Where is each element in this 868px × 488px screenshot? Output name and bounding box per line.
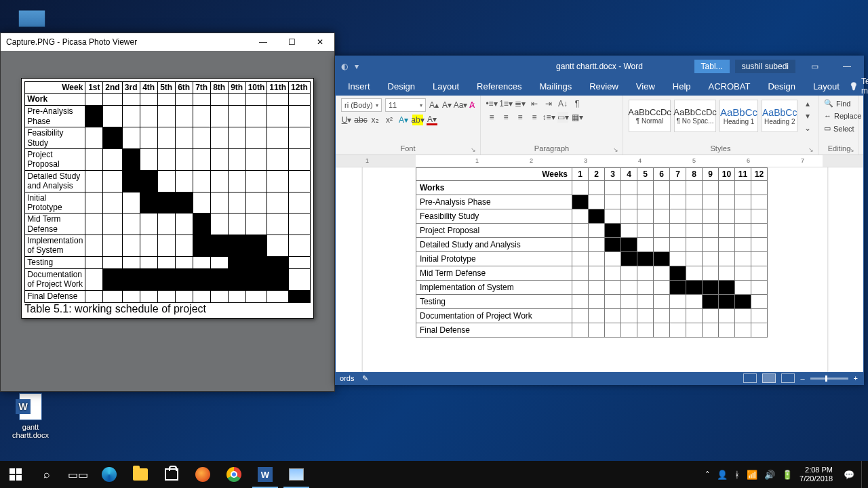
style-¶ normal[interactable]: AaBbCcDc¶ Normal [629,100,671,132]
tray-people-icon[interactable]: 👤 [717,470,728,480]
web-layout-icon[interactable] [781,373,795,383]
tray-notifications-icon[interactable]: 💬 [844,470,854,480]
ribbon-tab-design[interactable]: Design [760,78,803,96]
desktop-icon-gantt-docx[interactable]: gantt chartt.docx [7,393,54,439]
shrink-font-icon[interactable]: A▾ [442,100,452,110]
styles-more-icon[interactable]: ⌄ [802,123,813,134]
zoom-out-icon[interactable]: – [800,374,804,382]
text-effects-icon[interactable]: A▾ [398,115,409,125]
status-proofing-icon[interactable]: ✎ [362,374,368,383]
ribbon-tab-mailings[interactable]: Mailings [532,78,580,96]
align-center-icon[interactable]: ≡ [500,112,511,123]
tell-me-search[interactable]: Tell me [849,77,868,96]
word-document-area[interactable]: Weeks123456789101112WorksPre-Analysis Ph… [336,167,863,372]
windows-logo-icon [9,468,22,481]
tray-battery-icon[interactable]: 🔋 [782,470,793,480]
superscript-icon[interactable]: x² [384,115,395,125]
word-minimize-button[interactable]: — [833,56,861,77]
word-status-bar[interactable]: ords ✎ – + [336,372,863,384]
ribbon-tab-help[interactable]: Help [665,78,699,96]
print-layout-icon[interactable] [762,373,776,383]
taskbar-word[interactable]: W [250,461,281,488]
word-gantt-table[interactable]: Weeks123456789101112WorksPre-Analysis Ph… [416,167,768,338]
taskbar-store[interactable] [156,461,187,488]
styles-row-up-icon[interactable]: ▴ [802,98,813,109]
decrease-indent-icon[interactable]: ⇤ [529,98,540,109]
qat-autosave-icon[interactable]: ◐ [341,62,348,71]
minimize-button[interactable]: — [249,33,277,51]
taskbar-photo-viewer[interactable] [281,461,312,488]
ribbon-tab-layout[interactable]: Layout [805,78,848,96]
justify-icon[interactable]: ≡ [529,112,540,123]
bullets-icon[interactable]: •≡▾ [486,98,497,109]
style-¶ no spac...[interactable]: AaBbCcDc¶ No Spac... [674,100,716,132]
strikethrough-icon[interactable]: abc [355,115,366,125]
tray-bluetooth-icon[interactable]: ᚼ [734,470,740,480]
close-button[interactable]: ✕ [306,33,334,51]
search-button[interactable]: ⌕ [31,461,62,488]
zoom-in-icon[interactable]: + [854,374,858,382]
tray-wifi-icon[interactable]: 📶 [747,470,757,480]
read-mode-icon[interactable] [743,373,757,383]
zoom-slider[interactable] [810,378,848,380]
word-ruler[interactable]: 1 1234567 [336,155,863,167]
replace-button[interactable]: ↔Replace [824,111,853,121]
ribbon-display-options-icon[interactable]: ▭ [801,56,828,77]
ribbon-group-editing: 🔍Find ↔Replace ▭Select Editing [818,96,859,155]
line-spacing-icon[interactable]: ↕≡▾ [543,112,554,123]
increase-indent-icon[interactable]: ⇥ [543,98,554,109]
font-name-combo[interactable]: ri (Body)▾ [341,98,382,112]
word-window[interactable]: ◐ ▾ gantt chartt.docx - Word Tabl... sus… [335,56,864,385]
underline-icon[interactable]: U▾ [341,115,352,125]
sort-icon[interactable]: A↓ [557,98,568,109]
ribbon-tab-acrobat[interactable]: ACROBAT [701,78,759,96]
tray-up-icon[interactable]: ˄ [705,470,710,480]
align-right-icon[interactable]: ≡ [515,112,526,123]
styles-row-down-icon[interactable]: ▾ [802,110,813,121]
table-tools-contextual-tab[interactable]: Tabl... [694,60,730,73]
ribbon-tab-insert[interactable]: Insert [340,78,378,96]
ribbon-tab-view[interactable]: View [628,78,663,96]
system-tray[interactable]: ˄ 👤 ᚼ 📶 🔊 🔋 2:08 PM 7/20/2018 💬 [705,461,868,488]
windows-taskbar[interactable]: ⌕ ▭▭ W ˄ 👤 ᚼ 📶 🔊 🔋 2:08 PM 7/20/2018 💬 [0,461,868,488]
taskbar-firefox[interactable] [187,461,218,488]
grow-font-icon[interactable]: A▴ [429,100,439,110]
store-icon [165,468,178,481]
word-titlebar[interactable]: ◐ ▾ gantt chartt.docx - Word Tabl... sus… [336,56,863,77]
ribbon-group-label: Editing [824,144,853,153]
maximize-button[interactable]: ☐ [277,33,306,51]
taskbar-chrome[interactable] [218,461,250,488]
clear-formatting-icon[interactable]: A̷ [469,100,475,110]
find-button[interactable]: 🔍Find [824,98,853,108]
select-button[interactable]: ▭Select [824,123,853,134]
font-color-icon[interactable]: A▾ [427,115,437,125]
shading-icon[interactable]: ▭▾ [557,112,568,123]
style-heading 1[interactable]: AaBbCcHeading 1 [719,100,758,132]
align-left-icon[interactable]: ≡ [486,112,497,123]
multilevel-list-icon[interactable]: ≣▾ [515,98,526,109]
tray-volume-icon[interactable]: 🔊 [764,470,775,480]
borders-icon[interactable]: ▦▾ [572,112,583,123]
subscript-icon[interactable]: x₂ [370,115,380,125]
status-words[interactable]: ords [340,374,354,383]
ribbon-tab-design[interactable]: Design [380,78,423,96]
style-heading 2[interactable]: AaBbCcHeading 2 [762,100,797,132]
change-case-icon[interactable]: Aa▾ [455,100,466,110]
taskbar-edge[interactable] [94,461,125,488]
task-view-button[interactable]: ▭▭ [62,461,94,488]
ribbon-tab-layout[interactable]: Layout [425,78,467,96]
ribbon-tab-references[interactable]: References [469,78,530,96]
ribbon-tab-review[interactable]: Review [581,78,627,96]
taskbar-file-explorer[interactable] [125,461,156,488]
show-marks-icon[interactable]: ¶ [572,98,583,109]
picasa-titlebar[interactable]: Capture.PNG - Picasa Photo Viewer — ☐ ✕ [1,33,334,51]
show-desktop-button[interactable] [861,461,865,488]
numbering-icon[interactable]: 1≡▾ [500,98,511,109]
start-button[interactable] [0,461,31,488]
tray-clock[interactable]: 2:08 PM 7/20/2018 [800,466,837,483]
font-size-combo[interactable]: 11▾ [385,98,426,112]
picasa-photo-viewer-window[interactable]: Capture.PNG - Picasa Photo Viewer — ☐ ✕ … [0,33,335,392]
word-user-name[interactable]: sushil subedi [735,60,795,73]
highlight-icon[interactable]: ab▾ [412,115,423,125]
qat-dropdown-icon[interactable]: ▾ [355,62,359,71]
